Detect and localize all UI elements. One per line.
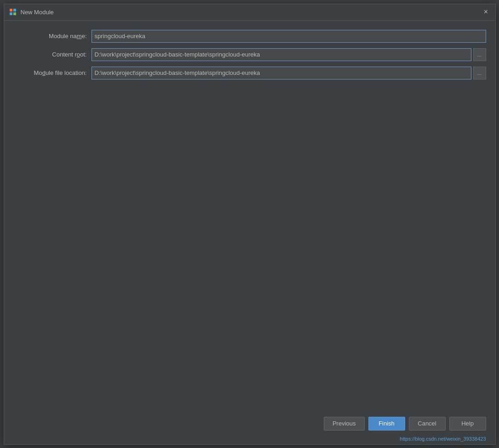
finish-button[interactable]: Finish	[368, 417, 405, 431]
module-name-input-wrapper	[92, 30, 486, 43]
module-icon	[9, 8, 17, 16]
button-row: Previous Finish Cancel Help	[4, 412, 495, 435]
module-file-location-input[interactable]	[92, 67, 471, 79]
svg-rect-2	[10, 12, 12, 15]
content-root-input-wrapper: ...	[92, 48, 486, 61]
previous-button[interactable]: Previous	[324, 417, 365, 431]
module-file-location-browse-button[interactable]: ...	[473, 67, 486, 79]
svg-rect-1	[13, 9, 16, 11]
module-file-location-row: Module file location: ...	[13, 67, 486, 79]
svg-rect-3	[13, 12, 16, 15]
title-bar-left: New Module	[9, 8, 54, 16]
module-name-input[interactable]	[92, 30, 486, 43]
module-name-label: Module name:	[13, 33, 87, 40]
module-file-location-label: Module file location:	[13, 69, 87, 76]
title-bar: New Module ×	[4, 4, 495, 21]
help-button[interactable]: Help	[449, 417, 486, 431]
main-area	[13, 85, 486, 408]
cancel-button[interactable]: Cancel	[409, 417, 446, 431]
dialog-content: Module name: Content root: ... M	[4, 21, 495, 412]
content-root-label: Content root:	[13, 51, 87, 58]
module-file-location-input-wrapper: ...	[92, 67, 486, 79]
footer-link: https://blog.csdn.net/weixin_39338423	[4, 435, 495, 444]
content-root-browse-button[interactable]: ...	[473, 48, 486, 61]
module-name-row: Module name:	[13, 30, 486, 43]
dialog-wrapper: New Module × Module name: Content root:	[0, 0, 499, 448]
dialog-title: New Module	[21, 9, 54, 16]
svg-rect-0	[10, 9, 12, 11]
content-root-input[interactable]	[92, 48, 471, 61]
content-root-row: Content root: ...	[13, 48, 486, 61]
close-button[interactable]: ×	[482, 7, 491, 17]
dialog-footer: Previous Finish Cancel Help https://blog…	[4, 412, 495, 444]
new-module-dialog: New Module × Module name: Content root:	[4, 4, 496, 445]
